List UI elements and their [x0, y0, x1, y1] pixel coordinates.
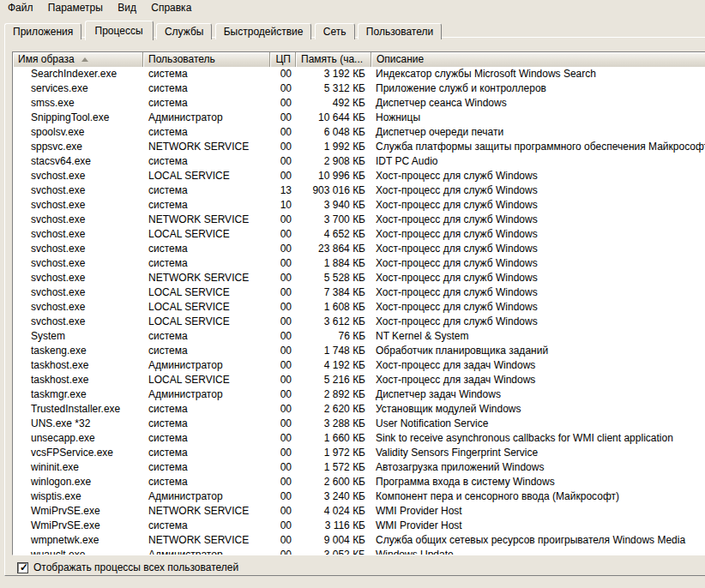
cell-memory: 2 600 КБ	[296, 475, 371, 489]
cell-user-name: система	[143, 67, 270, 81]
show-all-users-label[interactable]: Отображать процессы всех пользователей	[33, 561, 238, 573]
table-row[interactable]: taskhost.exeАдминистратор004 192 КБХост-…	[13, 358, 705, 373]
cell-image-name: smss.exe	[13, 96, 143, 111]
cell-memory: 4 024 КБ	[296, 504, 371, 519]
cell-memory: 1 660 КБ	[296, 431, 371, 446]
table-row[interactable]: wisptis.exeАдминистратор003 240 КБКомпон…	[13, 489, 705, 504]
table-row[interactable]: svchost.exeNETWORK SERVICE003 700 КБХост…	[13, 213, 705, 227]
table-row[interactable]: WmiPrvSE.exeсистема003 116 КБWMI Provide…	[13, 519, 705, 533]
cell-description: Служба платформы защиты программного обе…	[371, 140, 705, 154]
cell-memory: 5 528 КБ	[296, 271, 371, 285]
table-row[interactable]: TrustedInstaller.exeсистема002 620 КБУст…	[13, 402, 705, 417]
cell-cpu: 00	[270, 402, 296, 417]
cell-user-name: Администратор	[143, 548, 270, 555]
cell-memory: 1 972 КБ	[296, 446, 371, 460]
cell-memory: 3 116 КБ	[296, 519, 371, 533]
table-row[interactable]: svchost.exeLOCAL SERVICE0010 996 КБХост-…	[13, 169, 705, 183]
table-row[interactable]: svchost.exeLOCAL SERVICE001 608 КБХост-п…	[13, 300, 705, 315]
cell-cpu: 00	[270, 154, 296, 169]
menu-item-options[interactable]: Параметры	[42, 1, 109, 15]
cell-memory: 3 240 КБ	[296, 489, 371, 504]
cell-cpu: 00	[270, 256, 296, 271]
cell-image-name: wisptis.exe	[13, 489, 143, 504]
tab-performance[interactable]: Быстродействие	[215, 23, 312, 39]
cell-cpu: 00	[270, 329, 296, 344]
table-row[interactable]: svchost.exeсистема13903 016 КБХост-проце…	[13, 183, 705, 198]
show-all-users-checkbox[interactable]: ✓	[17, 562, 28, 573]
table-row[interactable]: taskhost.exeLOCAL SERVICE005 216 КБХост-…	[13, 373, 705, 387]
table-row[interactable]: UNS.exe *32система003 288 КБUser Notific…	[13, 417, 705, 431]
column-header-cpu[interactable]: ЦП	[270, 52, 296, 67]
table-row[interactable]: vcsFPService.exeсистема001 972 КБValidit…	[13, 446, 705, 460]
cell-description: WMI Provider Host	[371, 519, 705, 533]
tab-strip: Приложения Процессы Службы Быстродействи…	[4, 20, 442, 38]
table-row[interactable]: wuauclt.exeАдминистратор003 052 КБWindow…	[13, 548, 705, 555]
process-table: Имя образа Пользователь ЦП Память (ча...…	[12, 51, 705, 555]
cell-description: Автозагрузка приложений Windows	[371, 460, 705, 475]
tab-processes[interactable]: Процессы	[85, 21, 154, 40]
cell-cpu: 00	[270, 417, 296, 431]
cell-memory: 2 908 КБ	[296, 154, 371, 169]
column-header-image-name[interactable]: Имя образа	[13, 52, 143, 67]
cell-image-name: vcsFPService.exe	[13, 446, 143, 460]
column-header-user[interactable]: Пользователь	[143, 52, 270, 67]
cell-user-name: система	[143, 519, 270, 533]
table-row[interactable]: stacsv64.exeсистема002 908 КБIDT PC Audi…	[13, 154, 705, 169]
cell-user-name: Администратор	[143, 489, 270, 504]
menu-item-help[interactable]: Справка	[145, 1, 197, 15]
cell-cpu: 10	[270, 198, 296, 213]
column-header-memory[interactable]: Память (ча...	[296, 52, 371, 67]
cell-memory: 1 884 КБ	[296, 256, 371, 271]
table-row[interactable]: spoolsv.exeсистема006 048 КБДиспетчер оч…	[13, 125, 705, 140]
cell-memory: 10 644 КБ	[296, 111, 371, 125]
table-row[interactable]: svchost.exeLOCAL SERVICE003 612 КБХост-п…	[13, 315, 705, 329]
table-header-row: Имя образа Пользователь ЦП Память (ча...…	[13, 52, 705, 67]
tab-services[interactable]: Службы	[156, 23, 212, 39]
cell-memory: 5 216 КБ	[296, 373, 371, 387]
column-header-description[interactable]: Описание	[371, 52, 705, 67]
table-row[interactable]: SnippingTool.exeАдминистратор0010 644 КБ…	[13, 111, 705, 125]
cell-description: Диспетчер очереди печати	[371, 125, 705, 140]
table-row[interactable]: taskmgr.exeАдминистратор002 892 КБДиспет…	[13, 387, 705, 402]
cell-description: Хост-процесс для служб Windows	[371, 198, 705, 213]
table-row[interactable]: unsecapp.exeсистема001 660 КБSink to rec…	[13, 431, 705, 446]
table-row[interactable]: svchost.exeсистема0023 864 КБХост-процес…	[13, 242, 705, 256]
table-row[interactable]: svchost.exeсистема001 884 КБХост-процесс…	[13, 256, 705, 271]
table-row[interactable]: sppsvc.exeNETWORK SERVICE001 992 КБСлужб…	[13, 140, 705, 154]
cell-cpu: 13	[270, 183, 296, 198]
menu-item-view[interactable]: Вид	[111, 1, 142, 15]
table-row[interactable]: taskeng.exeсистема001 748 КБОбработчик п…	[13, 344, 705, 358]
table-row[interactable]: Systemсистема0076 КБNT Kernel & System	[13, 329, 705, 344]
cell-image-name: svchost.exe	[13, 285, 143, 300]
table-row[interactable]: winlogon.exeсистема002 600 КБПрограмма в…	[13, 475, 705, 489]
column-header-image-name-label: Имя образа	[18, 53, 75, 65]
table-row[interactable]: wmpnetwk.exeNETWORK SERVICE009 004 КБСлу…	[13, 533, 705, 548]
cell-memory: 492 КБ	[296, 96, 371, 111]
tab-applications[interactable]: Приложения	[4, 23, 81, 39]
table-row[interactable]: svchost.exeLOCAL SERVICE004 652 КБХост-п…	[13, 227, 705, 242]
cell-description: Windows Update	[371, 548, 705, 555]
cell-image-name: TrustedInstaller.exe	[13, 402, 143, 417]
cell-cpu: 00	[270, 504, 296, 519]
menu-item-file[interactable]: Файл	[2, 1, 39, 15]
cell-image-name: wininit.exe	[13, 460, 143, 475]
cell-description: Установщик модулей Windows	[371, 402, 705, 417]
cell-description: Хост-процесс для служб Windows	[371, 315, 705, 329]
tab-network[interactable]: Сеть	[315, 23, 355, 39]
table-row[interactable]: smss.exeсистема00492 КБДиспетчер сеанса …	[13, 96, 705, 111]
table-row[interactable]: wininit.exeсистема001 572 КБАвтозагрузка…	[13, 460, 705, 475]
table-row[interactable]: WmiPrvSE.exeNETWORK SERVICE004 024 КБWMI…	[13, 504, 705, 519]
cell-cpu: 00	[270, 431, 296, 446]
cell-memory: 1 992 КБ	[296, 140, 371, 154]
cell-description: Хост-процесс для служб Windows	[371, 213, 705, 227]
cell-image-name: taskhost.exe	[13, 373, 143, 387]
cell-memory: 3 052 КБ	[296, 548, 371, 555]
tab-users[interactable]: Пользователи	[358, 23, 442, 39]
table-row[interactable]: SearchIndexer.exeсистема003 192 КБИндекс…	[13, 67, 705, 81]
cell-user-name: система	[143, 402, 270, 417]
cell-description: WMI Provider Host	[371, 504, 705, 519]
table-row[interactable]: svchost.exeLOCAL SERVICE007 384 КБХост-п…	[13, 285, 705, 300]
table-row[interactable]: svchost.exeNETWORK SERVICE005 528 КБХост…	[13, 271, 705, 285]
table-row[interactable]: svchost.exeсистема103 940 КБХост-процесс…	[13, 198, 705, 213]
table-row[interactable]: services.exeсистема005 312 КБПриложение …	[13, 81, 705, 96]
